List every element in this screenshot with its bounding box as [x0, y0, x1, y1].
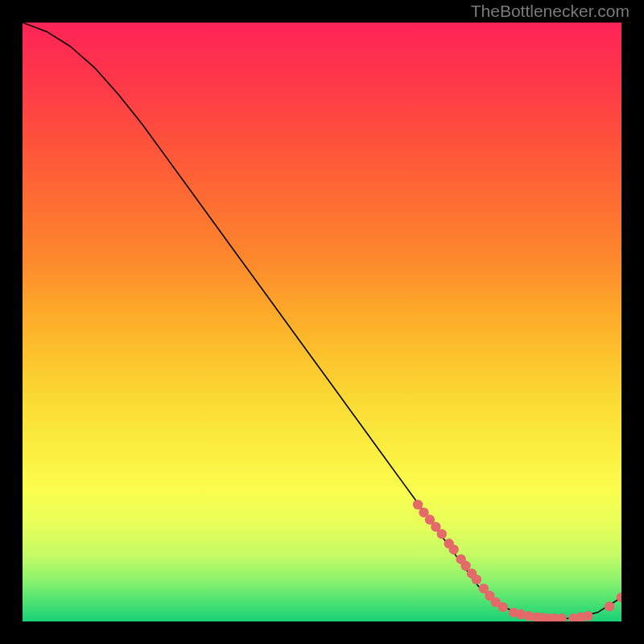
chart-svg [23, 23, 621, 621]
data-point [497, 602, 507, 612]
data-point [472, 575, 481, 584]
attribution: TheBottlenecker.com [471, 2, 630, 21]
chart-background [23, 23, 621, 621]
data-point [583, 611, 592, 621]
chart-plot-area [23, 23, 621, 621]
data-point [605, 601, 614, 611]
data-point [437, 529, 447, 539]
data-point [448, 545, 458, 555]
